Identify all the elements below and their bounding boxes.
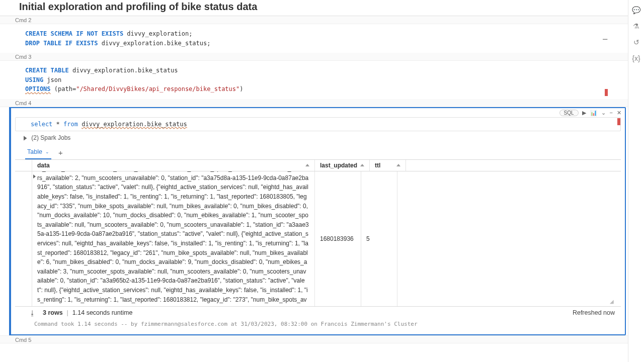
result-footer: ⭳ 3 rows | 1.14 seconds runtime Refreshe… [15, 306, 621, 319]
tab-table[interactable]: Table ⌄ [25, 146, 51, 159]
collapse-icon[interactable]: − [602, 32, 608, 46]
refreshed-label: Refreshed now [573, 309, 615, 316]
cell-label-5[interactable]: Cmd 5 [0, 335, 628, 343]
cell-ttl[interactable]: 5 [361, 171, 397, 306]
cell-label-4[interactable]: Cmd 4 [0, 99, 628, 107]
spark-jobs-row[interactable]: ▶ (2) Spark Jobs [11, 131, 625, 144]
active-cell-header: SQL ▶ 📊 ⌄ − ✕ [11, 108, 625, 117]
chart-icon[interactable]: 📊 [590, 110, 598, 116]
expand-row-icon[interactable] [33, 174, 36, 178]
row-index-cell [15, 171, 32, 306]
result-tabs: Table ⌄ + [11, 144, 625, 159]
notebook-header: Initial exploration and profiling of bik… [0, 0, 628, 16]
close-icon[interactable]: ✕ [616, 110, 622, 116]
column-header-last-updated[interactable]: last_updated [315, 160, 370, 171]
cell-label-3[interactable]: Cmd 3 [0, 53, 628, 61]
caret-right-icon: ▶ [24, 134, 27, 141]
table-header-row: data last_updated ttl [15, 160, 621, 171]
active-cell-4: SQL ▶ 📊 ⌄ − ✕ select * from divvy_explor… [10, 107, 626, 335]
code-cell-2[interactable]: CREATE SCHEMA IF NOT EXISTS divvy_explor… [0, 24, 628, 53]
code-content-4[interactable]: select * from divvy_exploration.bike_sta… [31, 120, 605, 129]
chevron-down-icon[interactable]: ⌄ [601, 110, 606, 116]
minimize-icon[interactable]: − [609, 110, 613, 116]
cell-data[interactable]: {"stations": [{"eightd_active_station_se… [32, 171, 315, 306]
error-marker-icon [605, 89, 608, 96]
column-header-ttl[interactable]: ttl [370, 160, 406, 171]
experiments-icon[interactable]: ⚗ [633, 22, 639, 30]
runtime-label: 1.14 seconds runtime [72, 309, 133, 316]
sort-icon[interactable] [360, 164, 364, 166]
comments-icon[interactable]: 💬 [632, 6, 640, 14]
code-content-3[interactable]: CREATE TABLE divvy_exploration.bike_stat… [25, 66, 611, 94]
notebook-main: Initial exploration and profiling of bik… [0, 0, 628, 362]
cell-label-2[interactable]: Cmd 2 [0, 16, 628, 24]
command-status: Command took 1.14 seconds -- by fzimmerm… [15, 320, 621, 327]
result-table: data last_updated ttl {"stations": [{"ei… [15, 159, 621, 306]
variables-icon[interactable]: {x} [632, 54, 640, 62]
spark-jobs-label: (2) Spark Jobs [31, 134, 70, 141]
row-count: 3 rows [43, 309, 63, 316]
tab-table-label: Table [27, 148, 42, 155]
language-pill[interactable]: SQL [559, 110, 579, 116]
row-index-header[interactable] [15, 160, 32, 171]
chevron-down-icon[interactable]: ⌄ [45, 149, 49, 154]
code-cell-3[interactable]: CREATE TABLE divvy_exploration.bike_stat… [0, 61, 628, 99]
run-icon[interactable]: ▶ [582, 110, 587, 116]
resize-handle-icon[interactable]: ◢ [610, 299, 614, 304]
table-row[interactable]: {"stations": [{"eightd_active_station_se… [15, 171, 621, 306]
code-content-2[interactable]: CREATE SCHEMA IF NOT EXISTS divvy_explor… [25, 29, 611, 48]
download-icon[interactable]: ⭳ [29, 309, 36, 317]
sort-icon[interactable] [305, 164, 309, 166]
sort-icon[interactable] [396, 164, 400, 166]
cell-toolbar: SQL ▶ 📊 ⌄ − ✕ [559, 110, 622, 116]
page-title: Initial exploration and profiling of bik… [19, 1, 620, 13]
add-tab-button[interactable]: + [58, 148, 63, 157]
right-rail: 💬 ⚗ ↺ {x} [628, 0, 644, 362]
history-icon[interactable]: ↺ [633, 38, 639, 46]
cell-last-updated[interactable]: 1680183936 [315, 171, 361, 306]
column-header-data[interactable]: data [32, 160, 315, 171]
error-marker-icon [617, 118, 620, 125]
code-cell-4[interactable]: select * from divvy_exploration.bike_sta… [15, 117, 621, 131]
